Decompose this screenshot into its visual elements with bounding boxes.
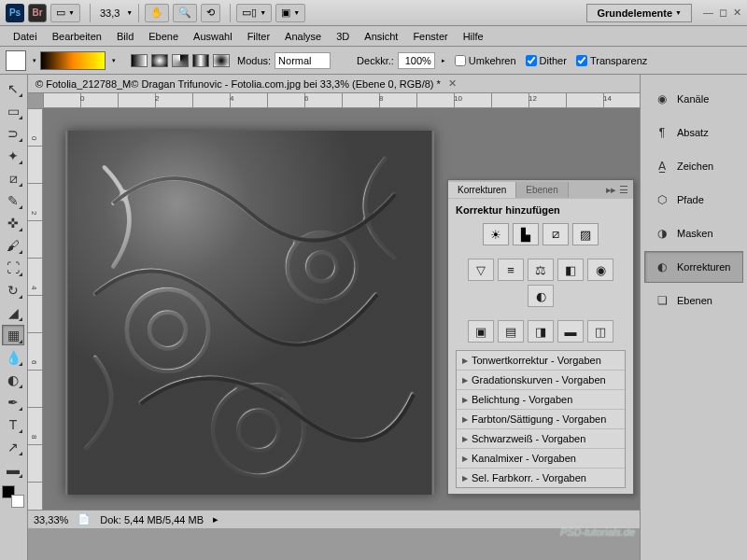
eraser-tool[interactable]: ◢ bbox=[2, 302, 24, 323]
canvas-image[interactable] bbox=[65, 131, 434, 495]
workspace-dropdown[interactable]: Grundelemente▼ bbox=[586, 4, 692, 22]
channel-mixer-icon[interactable]: ◐ bbox=[528, 285, 554, 307]
black-white-icon[interactable]: ◧ bbox=[557, 259, 584, 281]
screen-mode-button[interactable]: ▣▼ bbox=[275, 4, 305, 22]
opacity-input[interactable] bbox=[398, 52, 435, 69]
gradient-diamond-icon[interactable] bbox=[213, 54, 230, 67]
stamp-tool[interactable]: ⛶ bbox=[2, 258, 24, 278]
gradient-map-icon[interactable]: ▬ bbox=[557, 320, 584, 343]
hue-saturation-icon[interactable]: ≡ bbox=[498, 259, 524, 281]
layers-tab[interactable]: Ebenen bbox=[516, 182, 568, 198]
menu-ansicht[interactable]: Ansicht bbox=[357, 28, 405, 45]
dodge-tool[interactable]: ◐ bbox=[2, 370, 24, 390]
invert-icon[interactable]: ▣ bbox=[468, 320, 494, 343]
add-adjustment-title: Korrektur hinzufügen bbox=[456, 204, 626, 216]
tab-close-icon[interactable]: ✕ bbox=[448, 77, 457, 90]
panel-kanaele[interactable]: ◉Kanäle bbox=[644, 83, 743, 115]
posterize-icon[interactable]: ▤ bbox=[498, 320, 524, 343]
bridge-icon[interactable]: Br bbox=[28, 4, 47, 22]
close-button[interactable]: ✕ bbox=[733, 7, 741, 19]
preset-item[interactable]: ▶Belichtung - Vorgaben bbox=[457, 390, 625, 410]
panel-zeichen[interactable]: A̲Zeichen bbox=[644, 150, 743, 182]
menu-filter[interactable]: Filter bbox=[240, 28, 277, 45]
move-tool[interactable]: ↖ bbox=[2, 78, 24, 99]
preset-item[interactable]: ▶Schwarzweiß - Vorgaben bbox=[457, 429, 625, 449]
levels-icon[interactable]: ▙ bbox=[513, 223, 539, 245]
rotate-view-button[interactable]: ⟲ bbox=[201, 4, 220, 22]
panel-absatz[interactable]: ¶Absatz bbox=[644, 117, 743, 148]
color-wells[interactable] bbox=[2, 485, 24, 508]
preset-item[interactable]: ▶Kanalmixer - Vorgaben bbox=[457, 449, 625, 469]
zoom-tool-button[interactable]: 🔍 bbox=[173, 4, 197, 22]
umkehren-checkbox[interactable]: Umkehren bbox=[455, 55, 516, 66]
panel-ebenen[interactable]: ❏Ebenen bbox=[644, 285, 743, 316]
dither-checkbox[interactable]: Dither bbox=[526, 55, 567, 66]
menu-bild[interactable]: Bild bbox=[109, 28, 141, 45]
hand-tool-button[interactable]: ✋ bbox=[145, 4, 169, 22]
menu-fenster[interactable]: Fenster bbox=[405, 28, 455, 45]
eyedropper-tool[interactable]: ✎ bbox=[2, 190, 24, 211]
menu-hilfe[interactable]: Hilfe bbox=[456, 28, 491, 45]
color-balance-icon[interactable]: ⚖ bbox=[528, 259, 554, 281]
menu-3d[interactable]: 3D bbox=[329, 28, 357, 45]
adjustments-tab[interactable]: Korrekturen bbox=[448, 182, 516, 198]
exposure-icon[interactable]: ▨ bbox=[572, 223, 599, 245]
gradient-tool[interactable]: ▦ bbox=[2, 325, 24, 345]
history-brush-tool[interactable]: ↻ bbox=[2, 280, 24, 301]
heal-tool[interactable]: ✜ bbox=[2, 213, 24, 233]
menu-ebene[interactable]: Ebene bbox=[141, 28, 186, 45]
panel-pfade[interactable]: ⬡Pfade bbox=[644, 184, 743, 216]
selective-color-icon[interactable]: ◫ bbox=[587, 320, 613, 343]
status-arrow-icon[interactable]: ▸ bbox=[213, 513, 218, 525]
menu-datei[interactable]: Datei bbox=[6, 28, 45, 45]
status-doc-info: Dok: 5,44 MB/5,44 MB bbox=[100, 514, 204, 525]
preset-item[interactable]: ▶Tonwertkorrektur - Vorgaben bbox=[457, 351, 625, 371]
menu-analyse[interactable]: Analyse bbox=[277, 28, 329, 45]
tool-preset-swatch[interactable] bbox=[6, 50, 26, 71]
menu-auswahl[interactable]: Auswahl bbox=[186, 28, 240, 45]
panel-korrekturen[interactable]: ◐Korrekturen bbox=[644, 251, 743, 283]
preset-item[interactable]: ▶Gradationskurven - Vorgaben bbox=[457, 371, 625, 390]
panel-masken[interactable]: ◑Masken bbox=[644, 217, 743, 249]
zoom-value[interactable]: 33,3 bbox=[100, 7, 120, 19]
transparenz-checkbox[interactable]: Transparenz bbox=[576, 55, 647, 66]
brightness-contrast-icon[interactable]: ☀ bbox=[483, 223, 509, 245]
menu-bearbeiten[interactable]: Bearbeiten bbox=[45, 28, 109, 45]
modus-dropdown[interactable] bbox=[275, 52, 331, 69]
gradient-preview[interactable] bbox=[40, 51, 106, 70]
shape-tool[interactable]: ▬ bbox=[2, 459, 24, 480]
gradient-linear-icon[interactable] bbox=[131, 54, 148, 67]
blur-tool[interactable]: 💧 bbox=[2, 347, 24, 368]
preset-item[interactable]: ▶Farbton/Sättigung - Vorgaben bbox=[457, 410, 625, 429]
lasso-tool[interactable]: ⊃ bbox=[2, 123, 24, 144]
pen-tool[interactable]: ✒ bbox=[2, 392, 24, 413]
gradient-radial-icon[interactable] bbox=[151, 54, 168, 67]
type-tool[interactable]: T bbox=[2, 414, 24, 435]
maximize-button[interactable]: ◻ bbox=[719, 7, 727, 19]
threshold-icon[interactable]: ◨ bbox=[528, 320, 554, 343]
panel-menu-icon[interactable]: ☰ bbox=[619, 184, 627, 196]
arrange-button[interactable]: ▭▯▼ bbox=[236, 4, 272, 22]
photoshop-icon[interactable]: Ps bbox=[6, 4, 24, 22]
preset-item[interactable]: ▶Sel. Farbkorr. - Vorgaben bbox=[457, 469, 625, 487]
crop-tool[interactable]: ⧄ bbox=[2, 168, 24, 189]
zoom-dropdown-icon[interactable]: ▼ bbox=[126, 9, 133, 16]
top-bar: Ps Br ▭▼ 33,3▼ ✋ 🔍 ⟲ ▭▯▼ ▣▼ Grundelement… bbox=[0, 0, 747, 26]
status-zoom[interactable]: 33,33% bbox=[34, 514, 68, 525]
curves-icon[interactable]: ⧄ bbox=[543, 223, 569, 245]
marquee-tool[interactable]: ▭ bbox=[2, 101, 24, 121]
opacity-label: Deckkr.: bbox=[357, 55, 394, 66]
minimize-button[interactable]: — bbox=[703, 7, 713, 19]
gradient-reflected-icon[interactable] bbox=[192, 54, 209, 67]
brush-tool[interactable]: 🖌 bbox=[2, 235, 24, 256]
wand-tool[interactable]: ✦ bbox=[2, 146, 24, 166]
ruler-horizontal: 0 2 4 6 8 10 12 14 bbox=[43, 93, 640, 108]
photo-filter-icon[interactable]: ◉ bbox=[587, 259, 613, 281]
gradient-angle-icon[interactable] bbox=[172, 54, 189, 67]
vibrance-icon[interactable]: ▽ bbox=[468, 259, 494, 281]
layout-menu-button[interactable]: ▭▼ bbox=[50, 4, 80, 22]
modus-label: Modus: bbox=[237, 55, 271, 66]
document-tab[interactable]: © Fotolia_212788_M© Dragan Trifunovic - … bbox=[28, 75, 640, 93]
panel-collapse-icon[interactable]: ▸▸ bbox=[606, 184, 615, 196]
path-tool[interactable]: ↗ bbox=[2, 437, 24, 457]
